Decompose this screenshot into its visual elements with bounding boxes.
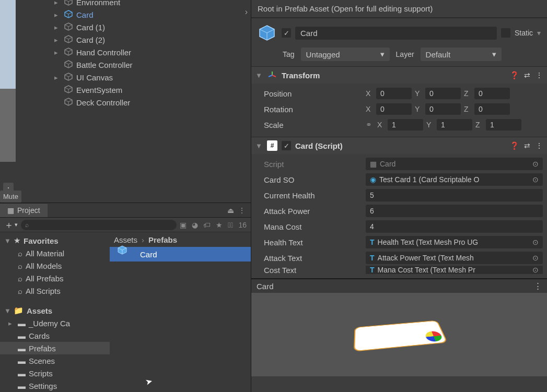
hierarchy-item[interactable]: ▸Card (2) [52, 33, 246, 46]
transform-header[interactable]: ▼ Transform ❓ ⇄ ⋮ [251, 67, 547, 84]
card-preview [354, 320, 448, 352]
svg-line-25 [65, 75, 68, 77]
hierarchy-item[interactable]: Battle Controller [52, 58, 246, 71]
card-script-component: ▼ # ✓ Card (Script) ❓ ⇄ ⋮ Script▦Card⊙Ca… [251, 137, 547, 278]
active-checkbox[interactable]: ✓ [282, 28, 291, 38]
prop-label: Cost Text [264, 266, 366, 274]
help-icon[interactable]: ❓ [510, 71, 519, 79]
preset-icon[interactable]: ⇄ [524, 71, 530, 79]
search-input[interactable]: ⌕ [21, 220, 177, 230]
tag-icon[interactable]: 🏷 [203, 221, 211, 229]
breadcrumb-prefabs[interactable]: Prefabs [148, 235, 177, 244]
position-z[interactable]: 0 [474, 88, 510, 99]
hierarchy-item[interactable]: ▸Hand Controller [52, 46, 246, 58]
object-picker-icon[interactable]: ⊙ [532, 175, 539, 184]
favorite-item[interactable]: ⌕All Scripts [0, 284, 110, 297]
field-mana-cost[interactable]: 4 [366, 220, 543, 233]
card-script-header[interactable]: ▼ # ✓ Card (Script) ❓ ⇄ ⋮ [251, 137, 547, 154]
object-picker-icon[interactable]: ⊙ [532, 266, 539, 274]
asset-card[interactable]: Card [110, 247, 251, 262]
preview-body[interactable] [251, 293, 547, 376]
svg-line-33 [65, 100, 68, 102]
favorite-item[interactable]: ⌕All Prefabs [0, 272, 110, 284]
field-current-health[interactable]: 5 [366, 189, 543, 201]
prefab-icon [258, 23, 276, 42]
rotation-label: Rotation [264, 105, 366, 114]
cube-icon [64, 97, 74, 108]
field-attack-text[interactable]: TAttack Power Text (Text Mesh⊙ [366, 252, 543, 264]
folder-item[interactable]: ▸▬_Udemy Ca [0, 317, 110, 329]
transform-icon [267, 70, 277, 80]
scale-lock-icon[interactable]: ⚭ [366, 121, 372, 129]
visibility-icon[interactable]: 👁̷ [228, 221, 233, 229]
folder-item[interactable]: ▬Scripts [0, 367, 110, 379]
preview-panel: Card ⋮ [251, 278, 547, 376]
prop-label: Mana Cost [264, 222, 366, 231]
rotation-y[interactable]: 0 [425, 103, 461, 115]
assets-header[interactable]: ▼ 📁 Assets [0, 304, 110, 317]
hierarchy-item[interactable]: Deck Controller [52, 96, 246, 109]
object-picker-icon[interactable]: ⊙ [532, 238, 539, 246]
favorite-item[interactable]: ⌕All Models [0, 259, 110, 272]
kebab-icon[interactable]: ⋮ [238, 206, 246, 215]
hierarchy-item[interactable]: ▸Card (1) [52, 21, 246, 33]
breadcrumb-assets[interactable]: Assets [114, 235, 137, 244]
folder-item[interactable]: ▬Settings [0, 379, 110, 392]
position-x[interactable]: 0 [376, 88, 412, 99]
kebab-icon[interactable]: ⋮ [534, 281, 542, 291]
favorite-item[interactable]: ⌕All Material [0, 247, 110, 259]
hierarchy-item[interactable]: EventSystem [52, 84, 246, 96]
object-picker-icon[interactable]: ⊙ [532, 160, 539, 168]
folder-icon: ▬ [18, 344, 26, 353]
help-icon[interactable]: ❓ [510, 141, 519, 150]
cube-icon [64, 0, 74, 7]
preset-icon[interactable]: ⇄ [524, 141, 530, 150]
kebab-icon[interactable]: ⋮ [536, 71, 543, 79]
object-picker-icon[interactable]: ⊙ [532, 254, 539, 262]
layer-dropdown[interactable]: Default▾ [421, 47, 502, 61]
rotation-x[interactable]: 0 [376, 103, 412, 115]
hierarchy-item[interactable]: ▸Card [52, 8, 246, 21]
kebab-icon[interactable]: ⋮ [536, 141, 543, 150]
mute-button[interactable]: Mute [0, 191, 21, 203]
favorites-header[interactable]: ▼ ★ Favorites [0, 234, 110, 247]
project-tab[interactable]: ▦ Project [0, 203, 48, 217]
field-script[interactable]: ▦Card⊙ [366, 158, 543, 170]
static-dropdown[interactable]: ▾ [537, 29, 541, 37]
tag-label: Tag [283, 50, 295, 58]
folder-icon: ▬ [18, 369, 26, 378]
rotation-z[interactable]: 0 [474, 103, 510, 115]
svg-line-30 [68, 88, 72, 90]
script-enabled-checkbox[interactable]: ✓ [282, 141, 291, 150]
cube-icon [64, 60, 74, 70]
static-checkbox[interactable] [501, 28, 510, 38]
svg-line-1 [65, 0, 68, 2]
hierarchy-panel: ▸Environment▸Card▸Card (1)▸Card (2)▸Hand… [52, 0, 246, 109]
cube-icon [64, 34, 74, 45]
filter-label-icon[interactable]: ◕ [192, 221, 198, 229]
folder-item[interactable]: ▬Scenes [0, 354, 110, 367]
add-button[interactable]: ＋▾ [4, 219, 18, 231]
prop-label: Attack Text [264, 254, 366, 263]
scale-x[interactable]: 1 [388, 119, 423, 130]
field-cost-text[interactable]: TMana Cost Text (Text Mesh Pr⊙ [366, 266, 543, 274]
search-icon: ⌕ [18, 262, 22, 270]
star-icon[interactable]: ★ [216, 221, 223, 229]
field-card-so[interactable]: ◉Test Card 1 (Card Scriptable O⊙ [366, 173, 543, 186]
svg-line-14 [68, 38, 72, 40]
hierarchy-item[interactable]: ▸Environment [52, 0, 246, 8]
lock-icon[interactable]: ⏏ [227, 206, 234, 215]
tag-dropdown[interactable]: Untagged▾ [301, 47, 390, 61]
svg-line-2 [68, 0, 72, 2]
scale-y[interactable]: 1 [437, 119, 472, 130]
scale-z[interactable]: 1 [486, 119, 521, 130]
folder-item[interactable]: ▬Prefabs [0, 342, 110, 354]
folder-item[interactable]: ▬Cards [0, 329, 110, 342]
filter-type-icon[interactable]: ▣ [180, 221, 187, 229]
object-name-input[interactable]: Card [295, 27, 497, 40]
field-attack-power[interactable]: 6 [366, 205, 543, 217]
position-y[interactable]: 0 [425, 88, 461, 99]
field-health-text[interactable]: THealth Text (Text Mesh Pro UG⊙ [366, 236, 543, 248]
search-icon: ⌕ [18, 274, 22, 283]
hierarchy-item[interactable]: ▸UI Canvas [52, 71, 246, 84]
